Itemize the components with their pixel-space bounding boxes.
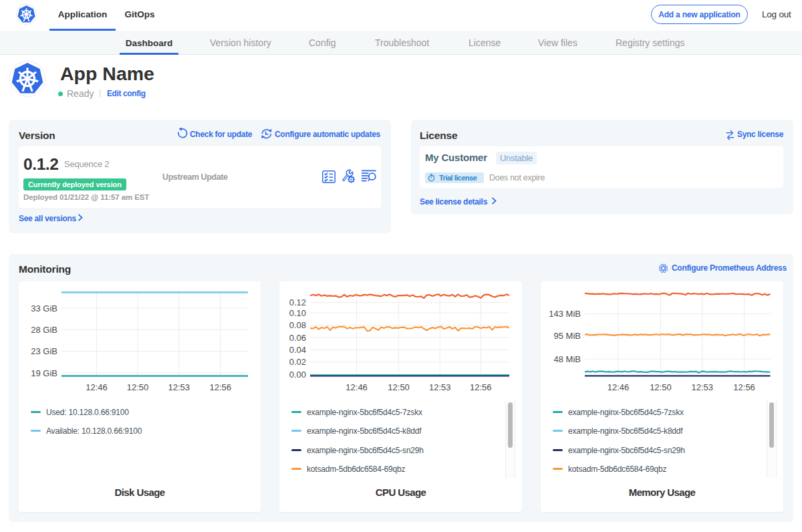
svg-text:0.02: 0.02 — [289, 357, 306, 367]
svg-text:95 MiB: 95 MiB — [554, 331, 581, 341]
svg-text:12:50: 12:50 — [650, 382, 672, 392]
svg-text:12:46: 12:46 — [608, 382, 630, 392]
svg-text:0.08: 0.08 — [289, 320, 306, 330]
svg-text:48 MiB: 48 MiB — [554, 354, 581, 364]
svg-text:0.04: 0.04 — [289, 345, 306, 355]
svg-text:33 GiB: 33 GiB — [31, 303, 57, 313]
svg-text:12:56: 12:56 — [210, 382, 232, 392]
svg-text:12:53: 12:53 — [692, 382, 714, 392]
svg-text:0.12: 0.12 — [289, 297, 306, 307]
svg-text:0.06: 0.06 — [289, 333, 306, 343]
svg-text:12:50: 12:50 — [388, 382, 410, 392]
svg-text:0.00: 0.00 — [289, 370, 306, 380]
svg-text:12:56: 12:56 — [733, 382, 755, 392]
svg-text:12:53: 12:53 — [429, 382, 451, 392]
svg-text:12:50: 12:50 — [127, 382, 149, 392]
svg-text:28 GiB: 28 GiB — [31, 325, 57, 335]
svg-text:12:46: 12:46 — [346, 382, 368, 392]
svg-text:12:53: 12:53 — [168, 382, 190, 392]
svg-text:143 MiB: 143 MiB — [549, 309, 581, 319]
svg-text:0.10: 0.10 — [289, 308, 306, 318]
svg-text:19 GiB: 19 GiB — [31, 368, 57, 378]
svg-text:12:56: 12:56 — [470, 382, 492, 392]
svg-text:12:46: 12:46 — [86, 382, 108, 392]
svg-text:23 GiB: 23 GiB — [31, 346, 57, 356]
